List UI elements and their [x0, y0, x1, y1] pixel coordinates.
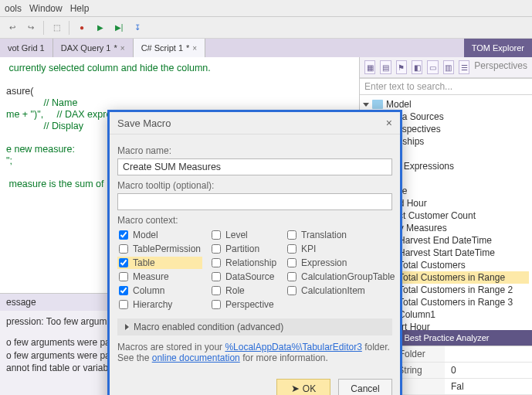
save-macro-icon[interactable]: ↧	[131, 22, 144, 34]
checkbox[interactable]	[119, 272, 128, 281]
tab-label: C# Script 1	[141, 43, 183, 53]
tab-csharp-script[interactable]: C# Script 1* ×	[134, 39, 206, 57]
context-table[interactable]: Table	[117, 257, 202, 269]
checkbox[interactable]	[287, 230, 296, 240]
checkbox[interactable]	[212, 230, 221, 240]
checkbox-label: Translation	[301, 230, 347, 240]
redo-icon[interactable]: ↪	[25, 22, 37, 34]
close-icon[interactable]: ×	[386, 117, 392, 129]
bpa-label[interactable]: Best Practice Analyzer	[404, 333, 489, 342]
prop-value[interactable]: 0	[445, 363, 532, 378]
context-role[interactable]: Role	[210, 284, 278, 297]
tool-btn[interactable]: ▤	[380, 60, 391, 74]
checkbox[interactable]	[212, 300, 221, 309]
checkbox[interactable]	[287, 244, 296, 254]
info-text: for more information.	[240, 352, 328, 363]
dirty-marker: *	[114, 43, 117, 53]
expand-icon[interactable]	[363, 103, 369, 107]
prop-value[interactable]	[445, 346, 532, 362]
tool-btn[interactable]: ▥	[443, 60, 454, 74]
run-icon[interactable]: ▶	[94, 22, 107, 34]
checkbox-label: Role	[225, 285, 245, 296]
checkbox-label: Table	[133, 257, 155, 268]
checkbox[interactable]	[119, 300, 128, 309]
checkbox[interactable]	[212, 258, 221, 267]
code-line: measure is the sum of	[6, 179, 107, 189]
checkbox[interactable]	[287, 272, 296, 281]
checkbox-label: CalculationItem	[301, 285, 365, 296]
checkbox[interactable]	[212, 272, 221, 281]
dialog-titlebar: Save Macro ×	[110, 112, 400, 135]
checkbox[interactable]	[212, 286, 221, 295]
context-calculationitem[interactable]: CalculationItem	[286, 284, 396, 297]
checkbox-label: CalculationGroupTable	[301, 271, 395, 282]
checkbox-label: Level	[225, 230, 248, 240]
checkbox[interactable]	[119, 230, 128, 240]
dialog-info: Macros are stored in your %LocalAppData%…	[117, 342, 392, 363]
checkbox[interactable]	[212, 244, 221, 254]
context-relationship[interactable]: Relationship	[210, 257, 278, 269]
document-tabs: vot Grid 1 DAX Query 1* × C# Script 1* ×…	[0, 39, 532, 57]
macro-tooltip-label: Macro tooltip (optional):	[117, 180, 392, 191]
tree-label: Model	[386, 99, 412, 110]
checkbox[interactable]	[119, 286, 128, 295]
checkbox[interactable]	[119, 244, 128, 254]
context-tablepermission[interactable]: TablePermission	[117, 243, 202, 255]
cancel-button[interactable]: Cancel	[338, 379, 392, 395]
perspectives-dropdown[interactable]: Perspectives	[474, 60, 527, 74]
search-input[interactable]: Enter text to search...	[360, 78, 532, 95]
tool-btn[interactable]: ▦	[364, 60, 375, 74]
context-datasource[interactable]: DataSource	[210, 271, 278, 283]
run-selection-icon[interactable]: ▶|	[113, 22, 125, 34]
tool-btn[interactable]: ▭	[427, 60, 438, 74]
prop-value[interactable]: Fal	[445, 379, 532, 394]
tom-explorer-header: TOM Explorer	[464, 39, 532, 57]
cursor-icon: ➤	[291, 383, 300, 394]
panel-title: TOM Explorer	[472, 43, 524, 53]
context-checkboxes: ModelLevelTranslationTablePermissionPart…	[117, 229, 392, 311]
info-text: Macros are stored in your	[117, 342, 225, 352]
context-column[interactable]: Column	[117, 284, 202, 297]
tool-btn[interactable]: ☰	[459, 60, 469, 74]
code-line: // Display	[6, 121, 83, 131]
tab-pivot-grid[interactable]: vot Grid 1	[0, 39, 53, 57]
checkbox-label: KPI	[301, 243, 316, 254]
context-kpi[interactable]: KPI	[286, 243, 396, 255]
context-translation[interactable]: Translation	[286, 229, 396, 241]
checkbox-label: Perspective	[225, 299, 274, 310]
tree-item[interactable]: Model	[363, 98, 529, 111]
context-hierarchy[interactable]: Hierarchy	[117, 298, 202, 311]
context-model[interactable]: Model	[117, 229, 202, 241]
context-level[interactable]: Level	[210, 229, 278, 241]
tree-label: Total Customers in Range 2	[398, 284, 513, 295]
menu-tools[interactable]: ools	[5, 3, 22, 14]
menu-help[interactable]: Help	[70, 3, 90, 14]
checkbox[interactable]	[287, 258, 296, 267]
context-measure[interactable]: Measure	[117, 271, 202, 283]
tool-btn[interactable]: ⚑	[396, 60, 407, 74]
checkbox[interactable]	[119, 258, 128, 267]
context-calculationgrouptable[interactable]: CalculationGroupTable	[286, 271, 396, 283]
menu-window[interactable]: Window	[29, 3, 63, 14]
docs-link[interactable]: online documentation	[152, 352, 240, 363]
close-icon[interactable]: ×	[192, 44, 197, 53]
tab-dax-query[interactable]: DAX Query 1* ×	[53, 39, 134, 57]
macro-tooltip-input[interactable]	[117, 193, 392, 210]
tree-label: Total Customers	[398, 260, 466, 271]
checkbox[interactable]	[287, 286, 296, 295]
macro-name-input[interactable]	[117, 158, 392, 175]
tree-label: Total Customers in Range 3	[398, 297, 513, 308]
save-macro-dialog: Save Macro × Macro name: Macro tooltip (…	[107, 110, 402, 395]
build-icon[interactable]: ⬚	[50, 22, 63, 34]
record-icon[interactable]: ●	[76, 22, 88, 34]
undo-icon[interactable]: ↩	[6, 22, 19, 34]
context-expression[interactable]: Expression	[286, 257, 396, 269]
tool-btn[interactable]: ◧	[412, 60, 422, 74]
context-partition[interactable]: Partition	[210, 243, 278, 255]
localappdata-link[interactable]: %LocalAppData%\TabularEditor3	[225, 342, 361, 352]
ok-button[interactable]: ➤ OK	[276, 379, 330, 395]
close-icon[interactable]: ×	[120, 44, 125, 53]
context-perspective[interactable]: Perspective	[210, 298, 278, 311]
tree-label: Harvest Start DateTime	[398, 247, 495, 258]
advanced-expander[interactable]: Macro enabled condition (advanced)	[117, 318, 392, 335]
